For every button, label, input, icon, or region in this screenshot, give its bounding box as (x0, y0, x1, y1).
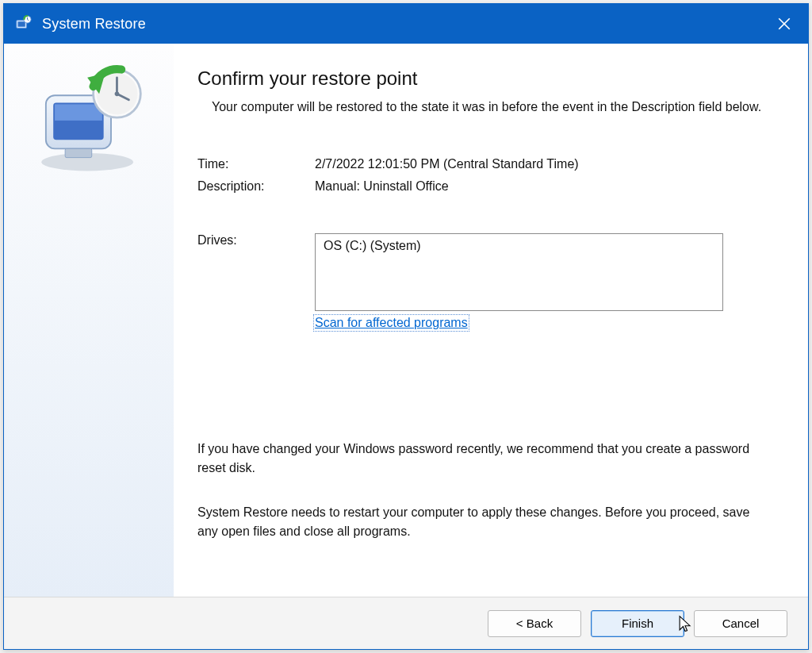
wizard-sidebar (4, 44, 174, 597)
time-value: 2/7/2022 12:01:50 PM (Central Standard T… (315, 157, 773, 171)
page-heading: Confirm your restore point (197, 67, 773, 90)
drives-listbox[interactable]: OS (C:) (System) (315, 233, 723, 311)
wizard-footer: < Back Finish Cancel (4, 597, 808, 649)
titlebar: System Restore (4, 4, 808, 44)
description-label: Description: (197, 179, 315, 194)
drives-col: OS (C:) (System) Scan for affected progr… (315, 233, 773, 330)
finish-button[interactable]: Finish (591, 610, 684, 637)
time-row: Time: 2/7/2022 12:01:50 PM (Central Stan… (197, 157, 773, 171)
svg-point-15 (115, 92, 120, 97)
back-button[interactable]: < Back (488, 610, 581, 637)
description-value: Manual: Uninstall Office (315, 179, 773, 194)
content-area: Confirm your restore point Your computer… (4, 44, 808, 597)
system-restore-icon (13, 14, 33, 33)
restart-note: System Restore needs to restart your com… (197, 503, 773, 541)
description-row: Description: Manual: Uninstall Office (197, 179, 773, 194)
time-label: Time: (197, 157, 315, 171)
password-note: If you have changed your Windows passwor… (197, 440, 773, 478)
cursor-icon (678, 615, 692, 634)
close-button[interactable] (765, 7, 803, 40)
scan-affected-link[interactable]: Scan for affected programs (315, 316, 468, 330)
svg-rect-1 (18, 21, 25, 26)
drives-row: Drives: OS (C:) (System) Scan for affect… (197, 233, 773, 330)
page-subheading: Your computer will be restored to the st… (197, 98, 773, 116)
svg-rect-10 (65, 148, 92, 157)
svg-rect-9 (55, 104, 102, 121)
main-panel: Confirm your restore point Your computer… (174, 44, 808, 597)
restore-wizard-icon (29, 64, 148, 175)
drive-item: OS (C:) (System) (324, 239, 421, 252)
drives-label: Drives: (197, 233, 315, 248)
system-restore-window: System Restore (3, 3, 809, 650)
cancel-button[interactable]: Cancel (694, 610, 787, 637)
window-title: System Restore (42, 16, 765, 33)
notes-section: If you have changed your Windows passwor… (197, 440, 773, 567)
